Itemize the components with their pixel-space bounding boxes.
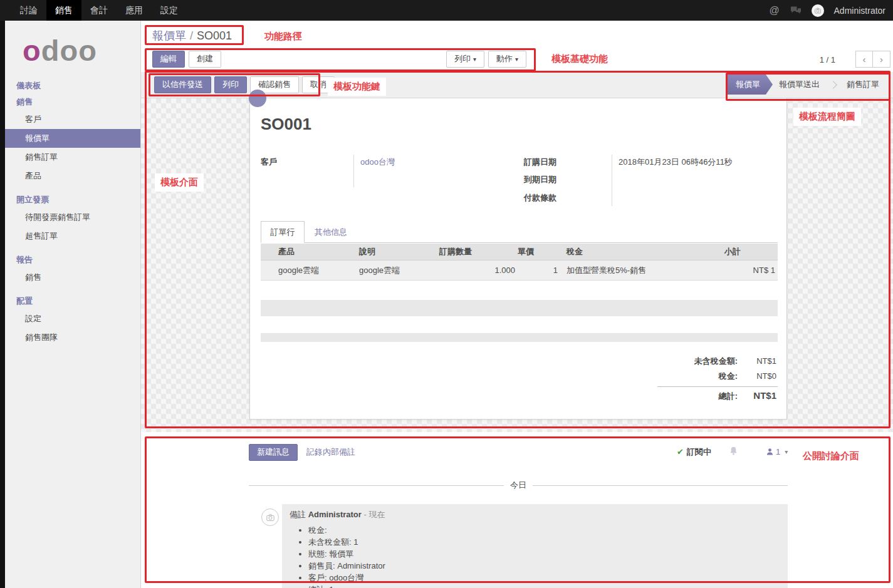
edit-button[interactable]: 編輯 (152, 51, 185, 68)
col-taxes[interactable]: 稅金 (560, 246, 724, 257)
tab-order-lines[interactable]: 訂單行 (261, 221, 305, 243)
expiration-date-label: 到期日期 (524, 174, 607, 185)
sidebar-item-sales-report[interactable]: 銷售 (5, 268, 140, 287)
new-message-button[interactable]: 新建訊息 (249, 444, 298, 461)
breadcrumb-parent[interactable]: 報價單 (152, 29, 186, 42)
sidebar-item-sales-orders[interactable]: 銷售訂單 (5, 148, 140, 167)
print-dropdown[interactable]: 列印▾ (446, 51, 484, 68)
stage-sales-order[interactable]: 銷售訂單 (840, 75, 885, 95)
odoo-logo[interactable]: odoo (23, 36, 140, 65)
sidebar-item-sales-teams[interactable]: 銷售團隊 (5, 328, 140, 347)
stage-quotation-sent[interactable]: 報價單送出 (773, 75, 826, 95)
col-product[interactable]: 產品 (274, 246, 358, 257)
order-lines-table: 產品 說明 訂購數量 單價 稅金 小計 google雲端 google雲端 1.… (261, 244, 778, 281)
chevron-down-icon: ▾ (473, 56, 476, 63)
menu-discuss[interactable]: 討論 (11, 0, 46, 21)
menu-sales[interactable]: 銷售 (46, 0, 81, 21)
annotation-label-toolbar: 模板基礎功能 (546, 50, 614, 68)
following-toggle[interactable]: 訂閱中 (687, 446, 711, 458)
control-panel: 報價單/SO001 1 / 1 ‹ › 編輯 創建 列印▾ 動作▾ (141, 21, 893, 72)
person-icon (766, 448, 774, 456)
chatter: 新建訊息 記錄內部備註 ✔ 訂閱中 1 ▾ 今日 備註 Administrato… (141, 432, 893, 588)
sidebar-section-sales[interactable]: 銷售 (5, 94, 140, 110)
col-subtotal[interactable]: 小計 (724, 246, 778, 257)
col-unit-price[interactable]: 單價 (518, 246, 560, 257)
camera-icon (814, 7, 822, 14)
sidebar-item-upselling[interactable]: 超售訂單 (5, 227, 140, 245)
sidebar-item-settings[interactable]: 設定 (5, 309, 140, 328)
annotation-label-breadcrumb: 功能路徑 (259, 28, 308, 46)
notes-field-placeholder[interactable] (261, 333, 778, 342)
cell-product: google雲端 (274, 265, 358, 276)
message-header: 備註 Administrator - 現在 (290, 509, 780, 520)
action-dropdown[interactable]: 動作▾ (488, 51, 526, 68)
taxes-label: 稅金: (719, 371, 738, 382)
messages-icon[interactable] (790, 5, 802, 16)
annotation-label-form: 模板介面 (155, 173, 204, 192)
col-description[interactable]: 說明 (358, 246, 439, 257)
sidebar-item-products[interactable]: 產品 (5, 167, 140, 185)
sidebar-section-dashboard[interactable]: 儀表板 (5, 78, 140, 94)
cell-subtotal: NT$ 1 (724, 266, 778, 275)
order-title: SO001 (261, 115, 311, 134)
annotation-badge (249, 90, 266, 107)
sidebar-section-reports[interactable]: 報告 (5, 252, 140, 268)
sidebar-section-invoicing[interactable]: 開立發票 (5, 192, 140, 208)
breadcrumb: 報價單/SO001 (152, 28, 232, 43)
create-button[interactable]: 創建 (189, 51, 221, 68)
tracking-item: 總計: 1 (308, 584, 780, 588)
log-internal-note-link[interactable]: 記錄內部備註 (306, 446, 355, 458)
menu-apps[interactable]: 應用 (117, 0, 152, 21)
table-row[interactable]: google雲端 google雲端 1.000 1 加值型營業稅5%-銷售 NT… (261, 260, 778, 281)
cell-taxes: 加值型營業稅5%-銷售 (560, 265, 724, 276)
field-separator (612, 155, 612, 206)
customer-value-link[interactable]: odoo台灣 (360, 157, 395, 168)
left-edge-strip (0, 21, 5, 588)
tracking-item: 銷售員: Administrator (308, 560, 780, 572)
cell-unit-price: 1 (518, 266, 560, 275)
check-icon: ✔ (677, 447, 684, 456)
payment-terms-label: 付款條款 (524, 192, 607, 204)
message-author[interactable]: Administrator (308, 510, 362, 519)
mention-icon[interactable]: @ (769, 5, 780, 16)
pager-text: 1 / 1 (820, 55, 835, 64)
pager-prev-button[interactable]: ‹ (855, 51, 873, 68)
total-value: NT$1 (738, 390, 776, 401)
stage-quotation[interactable]: 報價單 (727, 75, 773, 95)
pager-next-button[interactable]: › (873, 51, 890, 68)
sidebar-item-customers[interactable]: 客戶 (5, 110, 140, 129)
camera-icon (266, 513, 275, 522)
chevron-down-icon: ▾ (785, 448, 788, 455)
col-quantity[interactable]: 訂購數量 (439, 246, 518, 257)
sidebar-item-orders-to-invoice[interactable]: 待開發票銷售訂單 (5, 208, 140, 227)
tracking-item: 客戶: odoo台灣 (308, 572, 780, 584)
untaxed-amount-label: 未含稅金額: (694, 356, 738, 367)
send-by-email-button[interactable]: 以信件發送 (154, 76, 211, 93)
form-view-background: SO001 客戶 odoo台灣 訂購日期 到期日期 付款條款 2018年01月2… (141, 98, 893, 432)
bell-icon[interactable] (729, 446, 738, 458)
top-menubar: 討論 銷售 會計 應用 設定 @ Administrator (0, 0, 893, 21)
breadcrumb-separator: / (190, 29, 193, 42)
sidebar-section-configuration[interactable]: 配置 (5, 293, 140, 309)
chevron-down-icon: ▾ (515, 56, 518, 63)
totals-block: 未含稅金額: NT$1 稅金: NT$0 總計: NT$1 (651, 354, 778, 404)
chevron-right-icon (829, 81, 837, 89)
print-quotation-button[interactable]: 列印 (214, 76, 247, 93)
message: 備註 Administrator - 現在 稅金: 未含稅金額: 1 狀態: 報… (282, 504, 788, 588)
menu-settings[interactable]: 設定 (152, 0, 187, 21)
terms-field-placeholder[interactable] (261, 300, 778, 316)
tracking-item: 狀態: 報價單 (308, 549, 780, 560)
order-date-value: 2018年01月23日 06時46分11秒 (619, 157, 733, 168)
user-avatar[interactable] (812, 4, 824, 17)
status-pipeline: 報價單 報價單送出 銷售訂單 (727, 75, 885, 94)
tab-other-info[interactable]: 其他信息 (315, 227, 347, 238)
tracking-item: 稅金: (308, 525, 780, 536)
date-divider: 今日 (249, 480, 788, 491)
sidebar: odoo 儀表板 銷售 客戶 報價單 銷售訂單 產品 開立發票 待開發票銷售訂單… (5, 21, 141, 588)
order-date-label: 訂購日期 (524, 157, 607, 168)
user-name[interactable]: Administrator (834, 6, 885, 16)
menu-accounting[interactable]: 會計 (81, 0, 117, 21)
followers-dropdown[interactable]: 1 ▾ (766, 447, 788, 456)
sidebar-item-quotations[interactable]: 報價單 (5, 129, 140, 148)
message-time: - 現在 (363, 510, 385, 519)
